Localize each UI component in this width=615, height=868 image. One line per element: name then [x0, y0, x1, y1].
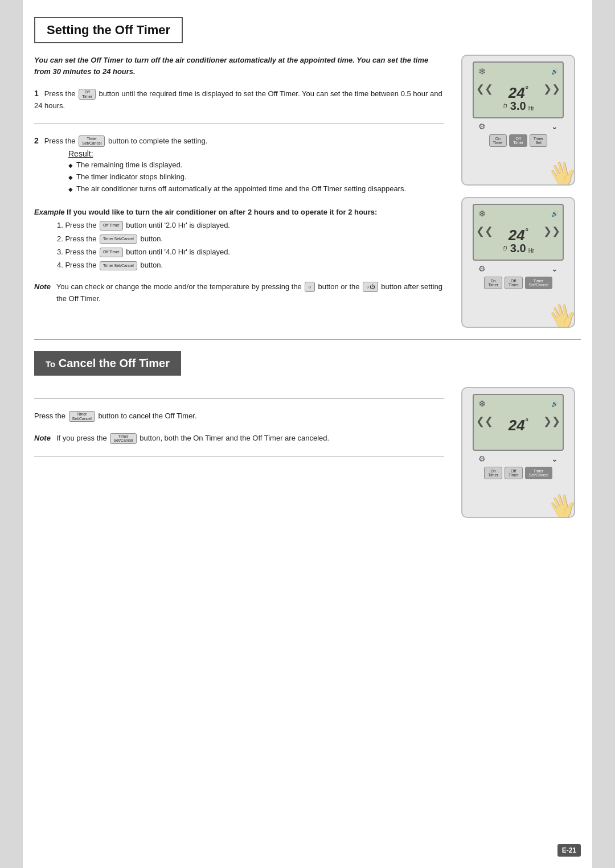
- setting-section: Setting the Off Timer You can set the Of…: [34, 17, 581, 328]
- snowflake-icon-2: ❄: [478, 208, 486, 219]
- remote-2: ❄ 🔊 ❮❮ 24° ❯❯ ⏱ 3.0 Hr: [461, 197, 575, 328]
- timer-set-btn-label-2: TimerSet/Cancel: [82, 137, 101, 145]
- remote-btn-off-1: OffTimer: [509, 134, 527, 147]
- note-label-setting: Note: [34, 281, 51, 293]
- result-item-3-text: The air conditioner turns off automatica…: [76, 183, 406, 195]
- remote-3: ❄ 🔊 ❮❮ 24° ❯❯: [461, 387, 575, 518]
- cancel-step-text: Press the TimerSet/Cancel button to canc…: [34, 412, 197, 420]
- step1-number: 1: [34, 89, 39, 98]
- example-label: Example: [34, 208, 64, 216]
- cancel-bottom-divider: [34, 456, 444, 456]
- remote-2-screen-top: ❄ 🔊: [474, 208, 563, 219]
- temp-display-1: 24°: [509, 84, 528, 102]
- remote-btn-on-1: OnTimer: [489, 134, 507, 147]
- example-step-2: 2. Press the Timer Set/Cancel button.: [57, 232, 444, 245]
- ex-btn-3: Off Timer: [100, 248, 123, 257]
- timer-icon-2: ⏱: [502, 245, 508, 252]
- remote-btn-off-2: OffTimer: [505, 277, 523, 289]
- cancel-note-label: Note: [34, 433, 51, 445]
- result-list: Result: The remaining time is displayed.…: [68, 149, 444, 195]
- cancel-title-text: Cancel the Off Timer: [59, 357, 170, 369]
- speaker-icon-1: 🔊: [551, 68, 558, 75]
- remote-1: ❄ 🔊 ❮❮ 24° ❯❯ ⏱ 3.0 Hr: [461, 55, 575, 186]
- timer-num-2: 3.0: [510, 242, 526, 255]
- cancel-note-block: Note If you press the TimerSet/Cancel bu…: [34, 433, 444, 445]
- cancel-two-col: Press the TimerSet/Cancel button to canc…: [34, 387, 581, 518]
- fan-icon-1: ⚙: [478, 122, 486, 131]
- setting-right-col: ❄ 🔊 ❮❮ 24° ❯❯ ⏱ 3.0 Hr: [456, 55, 581, 328]
- ex-btn-2: Timer Set/Cancel: [100, 235, 137, 244]
- cancel-section-title-box: To Cancel the Off Timer: [34, 351, 181, 376]
- remote-btn-off-3: OffTimer: [505, 467, 523, 479]
- result-item-2: The timer indicator stops blinking.: [68, 171, 444, 183]
- snowflake-icon-1: ❄: [478, 66, 486, 77]
- cancel-left-col: Press the TimerSet/Cancel button to canc…: [34, 387, 444, 518]
- note-text-setting: You can check or change the mode and/or …: [56, 281, 444, 305]
- remote-2-bottom: ⚙ ⌄ OnTimer OffTimer TimerSet/Cancel: [473, 264, 564, 289]
- cancel-step-block: Press the TimerSet/Cancel button to canc…: [34, 410, 444, 422]
- ex-btn-4: Timer Set/Cancel: [100, 261, 137, 271]
- result-label: Result:: [68, 149, 93, 158]
- off-timer-button-inline: OffTimer: [79, 89, 96, 100]
- step1-text: Press the OffTimer button until the requ…: [34, 89, 442, 110]
- step2-number: 2: [34, 136, 39, 145]
- remote-btn-on-2: OnTimer: [484, 277, 502, 289]
- ex-btn-1: Off Timer: [100, 221, 123, 231]
- remote-btn-timer-set-2: TimerSet/Cancel: [525, 277, 552, 289]
- timer-hr-2: Hr: [528, 248, 535, 254]
- result-item-2-text: The timer indicator stops blinking.: [76, 171, 187, 183]
- remote-1-buttons-row: OnTimer OffTimer TimerSet: [473, 134, 564, 147]
- step1-block: 1 Press the OffTimer button until the re…: [34, 88, 444, 112]
- speaker-icon-2: 🔊: [551, 211, 558, 217]
- timer-display-2: ⏱ 3.0 Hr: [502, 242, 534, 255]
- remote-3-bottom: ⚙ ⌄ OnTimer OffTimer TimerSet/Cancel: [473, 454, 564, 479]
- cancel-section: To Cancel the Off Timer Press the TimerS…: [34, 351, 581, 518]
- cancel-timer-btn-label: TimerSet/Cancel: [72, 412, 92, 421]
- example-bold: If you would like to turn the air condit…: [67, 208, 377, 216]
- arrow-down-1: ⌄: [551, 122, 558, 131]
- cancel-right-col: ❄ 🔊 ❮❮ 24° ❯❯: [456, 387, 581, 518]
- to-word: To: [46, 359, 55, 369]
- main-divider: [34, 339, 581, 340]
- step2-text: Press the TimerSet/Cancel button to comp…: [44, 137, 208, 145]
- intro-text: You can set the Off Timer to turn off th…: [34, 55, 444, 77]
- arrows-left-3: ❮❮: [476, 415, 493, 427]
- cancel-note-btn-inline: TimerSet/Cancel: [110, 433, 136, 444]
- result-item-1-text: The remaining time is displayed.: [76, 159, 182, 171]
- timer-icon-1: ⏱: [502, 103, 508, 109]
- fan-icon-3: ⚙: [478, 454, 486, 463]
- cancel-top-divider: [34, 398, 444, 399]
- remote-hand-1: 🖐: [544, 157, 575, 186]
- example-block: Example If you would like to turn the ai…: [34, 205, 444, 272]
- on-off-btn-inline: ○⏻: [363, 282, 378, 292]
- snowflake-icon-3: ❄: [478, 398, 486, 409]
- remote-btn-timer-set-3: TimerSet/Cancel: [525, 467, 552, 479]
- setting-left-col: You can set the Off Timer to turn off th…: [34, 55, 444, 328]
- remote-2-fan-row: ⚙ ⌄: [473, 264, 564, 273]
- remote-1-bottom: ⚙ ⌄ OnTimer OffTimer TimerSet: [473, 122, 564, 147]
- step2-block: 2 Press the TimerSet/Cancel button to co…: [34, 135, 444, 195]
- remote-1-screen-top: ❄ 🔊: [474, 66, 563, 77]
- left-sidebar: [0, 0, 23, 868]
- section-title: Setting the Off Timer: [47, 23, 170, 38]
- arrows-right-3: ❯❯: [543, 415, 560, 427]
- temp-display-3: 24°: [509, 417, 528, 434]
- mode-btn-inline: ○: [305, 282, 314, 292]
- right-sidebar: [592, 0, 615, 868]
- arrows-right-1: ❯❯: [543, 83, 560, 95]
- timer-hr-1: Hr: [528, 105, 535, 112]
- page-number: E-21: [557, 844, 581, 857]
- divider1: [34, 124, 444, 124]
- remote-hand-3: 🖐: [544, 489, 575, 518]
- fan-icon-2: ⚙: [478, 264, 486, 273]
- example-step-1: 1. Press the Off Timer button until '2.0…: [57, 219, 444, 232]
- remote-1-screen: ❄ 🔊 ❮❮ 24° ❯❯ ⏱ 3.0 Hr: [473, 61, 564, 118]
- temp-display-2: 24°: [509, 227, 528, 244]
- timer-num-1: 3.0: [510, 100, 526, 113]
- note-block-setting: Note You can check or change the mode an…: [34, 281, 444, 305]
- result-item-1: The remaining time is displayed.: [68, 159, 444, 171]
- cancel-note-text: If you press the TimerSet/Cancel button,…: [56, 433, 329, 445]
- arrow-down-3: ⌄: [551, 454, 558, 463]
- speaker-icon-3: 🔊: [551, 401, 558, 407]
- arrows-right-2: ❯❯: [543, 225, 560, 237]
